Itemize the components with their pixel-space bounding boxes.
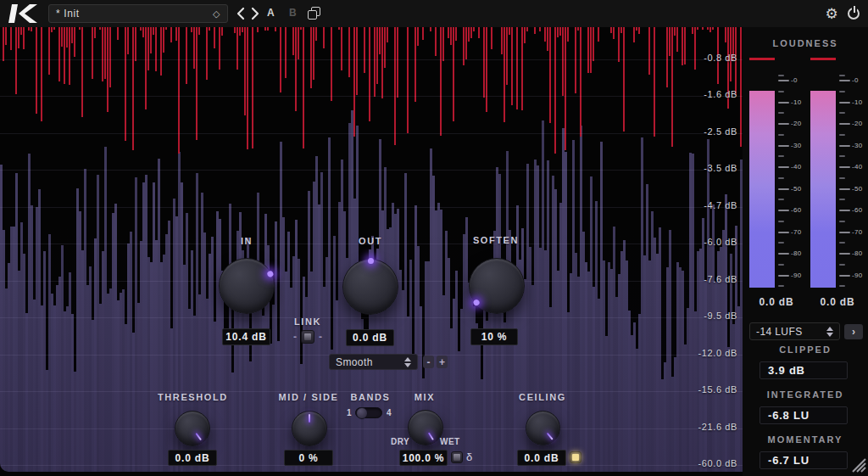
loudness-meter-left	[749, 91, 775, 288]
ceiling-value[interactable]: 0.0 dB	[517, 450, 566, 466]
loudness-meter-right	[810, 91, 836, 288]
prev-preset-button[interactable]	[235, 6, 247, 21]
clip-marker-left	[749, 58, 775, 60]
soften-knob[interactable]	[469, 258, 525, 314]
meter-tick-major	[778, 188, 789, 190]
delta-symbol: δ	[466, 451, 472, 463]
meter-tick-major	[778, 232, 789, 233]
bands-option-1: 1	[347, 408, 352, 417]
meter-tick-label: -30	[791, 142, 801, 149]
momentary-value: -6.7 LU	[760, 451, 848, 469]
meter-tick-major	[839, 80, 850, 81]
db-gridline	[0, 465, 743, 466]
db-gridline	[0, 170, 743, 171]
brand-logo-icon	[7, 3, 39, 24]
meter-tick-minor	[839, 177, 845, 179]
db-gridline	[0, 317, 743, 318]
bands-option-4: 4	[387, 408, 392, 417]
meter-tick-major	[839, 253, 850, 255]
in-value[interactable]: 10.4 dB	[222, 328, 270, 345]
meter-tick-label: -20	[852, 120, 862, 127]
lufs-target-select[interactable]: -14 LUFS	[749, 322, 840, 340]
midside-knob[interactable]	[292, 411, 327, 446]
soften-knob-label: SOFTEN	[468, 235, 524, 245]
preset-selector[interactable]: * Init ◇	[48, 4, 228, 23]
meter-tick-minor	[839, 91, 845, 92]
meter-tick-major	[839, 275, 850, 277]
in-knob-label: IN	[220, 236, 274, 246]
meter-scale-right: -0-10-20-30-40-50-60-70-80-90	[839, 75, 866, 292]
meter-tick-major	[778, 123, 789, 125]
meter-tick-major	[778, 166, 789, 168]
meter-tick-major	[778, 253, 789, 255]
delta-listen-button[interactable]	[451, 451, 463, 463]
mode-prev-button[interactable]: -	[423, 356, 434, 368]
db-gridline	[0, 96, 743, 97]
mode-next-button[interactable]: +	[437, 356, 448, 368]
meter-tick-minor	[778, 285, 784, 287]
threshold-value[interactable]: 0.0 dB	[168, 450, 217, 466]
db-scale-label: -15.6 dB	[678, 384, 737, 395]
threshold-knob[interactable]	[175, 411, 210, 446]
meter-tick-minor	[778, 134, 784, 136]
power-bypass-icon[interactable]	[847, 6, 862, 21]
meter-tick-label: -70	[791, 228, 801, 236]
meter-tick-label: -10	[852, 98, 862, 106]
out-value[interactable]: 0.0 dB	[346, 329, 394, 346]
meter-tick-minor	[839, 134, 845, 136]
meter-tick-minor	[778, 221, 784, 222]
meter-tick-label: -50	[852, 185, 862, 193]
mode-select[interactable]: Smooth	[329, 354, 418, 370]
meter-tick-label: -30	[852, 142, 862, 149]
meter-tick-label: -60	[852, 206, 862, 214]
resize-grip[interactable]	[848, 454, 866, 473]
db-gridline	[0, 133, 743, 134]
loudness-title: LOUDNESS	[743, 38, 868, 48]
meter-tick-minor	[778, 91, 784, 92]
clipped-value: 3.9 dB	[760, 361, 848, 379]
loudness-expand-button[interactable]: ›	[844, 324, 863, 339]
plugin-window: * Init ◇ A B ⚙ -0.8 dB-1.6 dB-2.5 dB-3.5…	[0, 0, 868, 476]
midside-value[interactable]: 0 %	[284, 450, 333, 466]
ceiling-knob[interactable]	[526, 411, 560, 445]
clipped-label: CLIPPED	[743, 344, 868, 355]
lufs-target-value: -14 LUFS	[756, 326, 803, 338]
in-knob[interactable]	[219, 258, 275, 314]
meter-tick-minor	[839, 221, 845, 222]
out-knob[interactable]	[342, 259, 398, 315]
settings-gear-icon[interactable]: ⚙	[822, 4, 841, 23]
meter-tick-label: -60	[791, 206, 801, 214]
meter-tick-minor	[839, 285, 845, 287]
db-scale-label: -3.5 dB	[678, 163, 737, 173]
preset-menu-icon[interactable]: ◇	[213, 8, 220, 20]
meter-tick-label: -0	[852, 76, 859, 84]
loudness-panel: LOUDNESS -0-10-20-30-40-50-60-70-80-90 -…	[743, 27, 868, 476]
momentary-label: MOMENTARY	[743, 434, 868, 445]
display-shade	[0, 27, 743, 472]
mix-knob[interactable]	[408, 410, 443, 445]
integrated-value: -6.8 LU	[760, 406, 848, 424]
meter-tick-label: -20	[791, 120, 801, 127]
soften-value[interactable]: 10 %	[470, 328, 518, 345]
link-dash-left: -	[293, 331, 297, 343]
threshold-knob-label: THRESHOLD	[158, 392, 227, 402]
mix-knob-label: MIX	[406, 392, 443, 402]
bands-toggle[interactable]	[355, 407, 382, 418]
ceiling-enable-button[interactable]	[570, 451, 581, 463]
ab-compare-a-button[interactable]: A	[267, 7, 275, 19]
link-button[interactable]	[301, 330, 314, 344]
db-scale-label: -12.0 dB	[678, 348, 737, 358]
db-scale-label: -6.0 dB	[678, 237, 737, 247]
meter-tick-minor	[839, 112, 845, 114]
link-label: LINK	[287, 316, 329, 327]
next-preset-button[interactable]	[249, 6, 261, 21]
mix-value[interactable]: 100.0 %	[399, 450, 448, 466]
meter-tick-minor	[839, 199, 845, 200]
mode-spinner-icon	[404, 357, 411, 367]
waveform-display: -0.8 dB-1.6 dB-2.5 dB-3.5 dB-4.7 dB-6.0 …	[0, 27, 743, 472]
ab-compare-b-button[interactable]: B	[289, 7, 298, 19]
copy-settings-icon[interactable]	[308, 7, 322, 20]
db-scale-label: -21.6 dB	[678, 422, 737, 432]
db-gridline	[0, 207, 743, 208]
db-scale-label: -4.7 dB	[678, 200, 737, 210]
